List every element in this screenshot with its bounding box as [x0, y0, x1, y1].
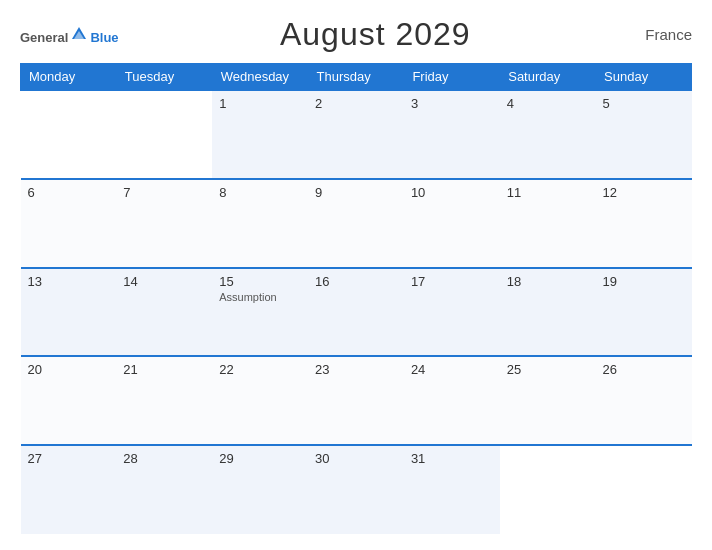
calendar-day-cell: 17 [404, 268, 500, 357]
calendar-day-cell: 27 [21, 445, 117, 534]
calendar-header: General Blue August 2029 France [20, 16, 692, 53]
day-number: 27 [28, 451, 110, 466]
day-number: 18 [507, 274, 589, 289]
day-number: 4 [507, 96, 589, 111]
day-number: 8 [219, 185, 301, 200]
calendar-title: August 2029 [280, 16, 471, 53]
calendar-day-cell: 1 [212, 90, 308, 179]
logo-icon [70, 25, 88, 43]
calendar-week-row: 12345 [21, 90, 692, 179]
day-number: 28 [123, 451, 205, 466]
calendar-day-cell: 16 [308, 268, 404, 357]
col-tuesday: Tuesday [116, 64, 212, 91]
calendar-day-cell: 13 [21, 268, 117, 357]
calendar-day-cell: 3 [404, 90, 500, 179]
calendar-day-cell: 19 [596, 268, 692, 357]
calendar-week-row: 6789101112 [21, 179, 692, 268]
calendar-day-cell: 12 [596, 179, 692, 268]
day-number: 10 [411, 185, 493, 200]
col-saturday: Saturday [500, 64, 596, 91]
logo-blue-text: Blue [90, 31, 118, 44]
day-number: 26 [603, 362, 685, 377]
calendar-day-cell: 14 [116, 268, 212, 357]
day-number: 21 [123, 362, 205, 377]
col-thursday: Thursday [308, 64, 404, 91]
col-monday: Monday [21, 64, 117, 91]
calendar-day-cell: 5 [596, 90, 692, 179]
day-number: 11 [507, 185, 589, 200]
day-number: 24 [411, 362, 493, 377]
calendar-day-cell: 4 [500, 90, 596, 179]
calendar-day-cell: 11 [500, 179, 596, 268]
calendar-week-row: 2728293031 [21, 445, 692, 534]
country-label: France [632, 26, 692, 43]
day-number: 5 [603, 96, 685, 111]
calendar-week-row: 131415Assumption16171819 [21, 268, 692, 357]
day-number: 13 [28, 274, 110, 289]
calendar-day-cell: 26 [596, 356, 692, 445]
day-number: 31 [411, 451, 493, 466]
calendar-day-cell: 28 [116, 445, 212, 534]
day-number: 23 [315, 362, 397, 377]
day-number: 20 [28, 362, 110, 377]
logo-general-text: General [20, 31, 68, 44]
calendar-day-cell: 7 [116, 179, 212, 268]
day-number: 2 [315, 96, 397, 111]
calendar-day-cell: 18 [500, 268, 596, 357]
day-number: 1 [219, 96, 301, 111]
calendar-day-cell: 30 [308, 445, 404, 534]
calendar-day-cell: 20 [21, 356, 117, 445]
calendar-day-cell: 9 [308, 179, 404, 268]
calendar-day-cell: 23 [308, 356, 404, 445]
calendar-day-cell: 22 [212, 356, 308, 445]
col-friday: Friday [404, 64, 500, 91]
weekday-header-row: Monday Tuesday Wednesday Thursday Friday… [21, 64, 692, 91]
day-number: 22 [219, 362, 301, 377]
logo: General Blue [20, 26, 119, 44]
day-number: 25 [507, 362, 589, 377]
calendar-day-cell: 15Assumption [212, 268, 308, 357]
day-number: 7 [123, 185, 205, 200]
calendar-day-cell: 8 [212, 179, 308, 268]
day-number: 12 [603, 185, 685, 200]
col-wednesday: Wednesday [212, 64, 308, 91]
calendar-day-cell: 24 [404, 356, 500, 445]
calendar-day-cell [21, 90, 117, 179]
day-number: 19 [603, 274, 685, 289]
day-number: 30 [315, 451, 397, 466]
day-number: 15 [219, 274, 301, 289]
calendar-week-row: 20212223242526 [21, 356, 692, 445]
day-number: 29 [219, 451, 301, 466]
calendar-table: Monday Tuesday Wednesday Thursday Friday… [20, 63, 692, 534]
calendar-day-cell: 31 [404, 445, 500, 534]
calendar-day-cell [500, 445, 596, 534]
calendar-day-cell: 10 [404, 179, 500, 268]
day-number: 9 [315, 185, 397, 200]
day-number: 17 [411, 274, 493, 289]
calendar-day-cell [596, 445, 692, 534]
day-number: 16 [315, 274, 397, 289]
col-sunday: Sunday [596, 64, 692, 91]
calendar-day-cell [116, 90, 212, 179]
calendar-day-cell: 21 [116, 356, 212, 445]
day-number: 14 [123, 274, 205, 289]
calendar-day-cell: 2 [308, 90, 404, 179]
day-number: 6 [28, 185, 110, 200]
calendar-day-cell: 25 [500, 356, 596, 445]
day-event-label: Assumption [219, 291, 301, 303]
calendar-wrapper: General Blue August 2029 France Monday T… [0, 0, 712, 550]
day-number: 3 [411, 96, 493, 111]
calendar-day-cell: 29 [212, 445, 308, 534]
calendar-day-cell: 6 [21, 179, 117, 268]
